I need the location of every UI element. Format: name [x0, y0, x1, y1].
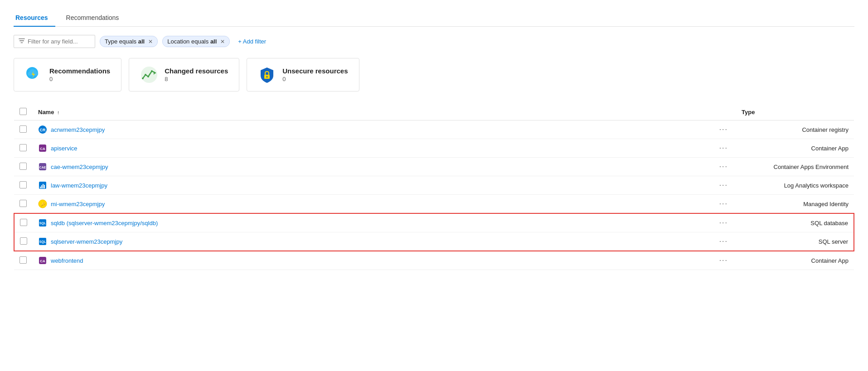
- th-select: [14, 104, 33, 120]
- unsecure-resources-count: 0: [282, 76, 348, 82]
- row-type-2: Container App: [736, 139, 854, 158]
- unsecure-resources-card[interactable]: Unsecure resources 0: [247, 58, 359, 92]
- svg-text:CR: CR: [40, 128, 46, 132]
- changed-resources-card[interactable]: Changed resources 8: [129, 58, 239, 92]
- row-select-1[interactable]: [14, 120, 33, 139]
- row-menu-7[interactable]: ···: [717, 236, 731, 246]
- filter-icon: [19, 38, 25, 45]
- row-checkbox-7[interactable]: [20, 237, 27, 245]
- svg-point-4: [142, 77, 144, 79]
- changed-resources-icon: [140, 66, 158, 84]
- svg-rect-18: [40, 187, 41, 188]
- table-row: SQL sqlserver-wmem23cepmjpy ··· SQL serv…: [14, 232, 854, 251]
- row-name-6: SQL sqldb (sqlserver-wmem23cepmjpy/sqldb…: [33, 213, 711, 232]
- managed-identity-icon: 🔑: [38, 199, 47, 208]
- row-select-6[interactable]: [14, 213, 33, 232]
- location-filter-chip[interactable]: Location equals all ✕: [162, 36, 230, 47]
- row-menu-6[interactable]: ···: [717, 218, 731, 227]
- recommendations-icon: [25, 66, 43, 84]
- th-name[interactable]: Name ↑: [33, 104, 711, 120]
- row-checkbox-3[interactable]: [19, 163, 27, 170]
- svg-point-7: [151, 70, 153, 72]
- resource-table: Name ↑ Type CR acrwmem23cepmjpy: [14, 104, 854, 270]
- resource-link-3[interactable]: cae-wmem23cepmjpy: [51, 164, 108, 170]
- sql-server-icon: SQL: [38, 237, 47, 246]
- resource-link-2[interactable]: apiservice: [51, 145, 78, 152]
- row-name-2: CA apiservice: [33, 139, 711, 158]
- row-dots-1: ···: [711, 120, 736, 139]
- table-row: CA apiservice ··· Container App: [14, 139, 854, 158]
- resource-link-5[interactable]: mi-wmem23cepmjpy: [51, 201, 105, 207]
- row-type-4: Log Analytics workspace: [736, 176, 854, 195]
- row-menu-4[interactable]: ···: [717, 180, 731, 190]
- tab-recommendations[interactable]: Recommendations: [64, 10, 126, 27]
- name-sort-icon: ↑: [57, 110, 60, 115]
- row-type-6: SQL database: [736, 213, 854, 232]
- row-dots-7: ···: [711, 232, 736, 251]
- unsecure-resources-title: Unsecure resources: [282, 67, 348, 75]
- resource-link-8[interactable]: webfrontend: [51, 257, 83, 264]
- log-analytics-icon: [38, 181, 47, 190]
- filter-placeholder: Filter for any field...: [28, 38, 78, 45]
- row-dots-4: ···: [711, 176, 736, 195]
- row-dots-3: ···: [711, 158, 736, 176]
- row-dots-6: ···: [711, 213, 736, 232]
- location-filter-close[interactable]: ✕: [220, 39, 225, 45]
- type-filter-chip[interactable]: Type equals all ✕: [100, 36, 158, 47]
- row-select-5[interactable]: [14, 195, 33, 214]
- resource-link-1[interactable]: acrwmem23cepmjpy: [51, 126, 105, 133]
- row-menu-1[interactable]: ···: [717, 125, 731, 134]
- unsecure-resources-info: Unsecure resources 0: [282, 67, 348, 82]
- th-type: Type: [736, 104, 854, 120]
- container-registry-icon: CR: [38, 125, 47, 134]
- row-menu-3[interactable]: ···: [717, 162, 731, 171]
- svg-text:SQL: SQL: [39, 240, 46, 244]
- tab-resources[interactable]: Resources: [14, 10, 55, 27]
- type-filter-close[interactable]: ✕: [148, 39, 153, 45]
- row-checkbox-1[interactable]: [19, 125, 27, 133]
- row-checkbox-4[interactable]: [19, 181, 27, 188]
- row-menu-8[interactable]: ···: [717, 255, 731, 265]
- add-filter-button[interactable]: + Add filter: [234, 36, 270, 47]
- row-select-7[interactable]: [14, 232, 33, 251]
- row-name-8: CA webfrontend: [33, 251, 711, 270]
- container-app-icon: CA: [38, 144, 47, 153]
- resource-link-4[interactable]: law-wmem23cepmjpy: [51, 182, 107, 189]
- row-checkbox-8[interactable]: [19, 256, 27, 264]
- recommendations-info: Recommendations 0: [49, 67, 110, 82]
- svg-point-6: [147, 76, 149, 77]
- changed-resources-info: Changed resources 8: [165, 67, 228, 82]
- recommendations-card[interactable]: Recommendations 0: [14, 58, 121, 92]
- changed-resources-count: 8: [165, 76, 228, 82]
- svg-rect-20: [43, 184, 44, 188]
- table-row: CA webfrontend ··· Container App: [14, 251, 854, 270]
- add-filter-label: + Add filter: [238, 38, 266, 45]
- row-checkbox-2[interactable]: [19, 144, 27, 151]
- recommendations-title: Recommendations: [49, 67, 110, 75]
- filter-input[interactable]: Filter for any field...: [14, 35, 95, 48]
- row-select-3[interactable]: [14, 158, 33, 176]
- row-dots-8: ···: [711, 251, 736, 270]
- row-name-3: CAE cae-wmem23cepmjpy: [33, 158, 711, 176]
- summary-cards: Recommendations 0 Changed resources 8: [14, 58, 854, 92]
- row-type-7: SQL server: [736, 232, 854, 251]
- row-type-5: Managed Identity: [736, 195, 854, 214]
- table-header-row: Name ↑ Type: [14, 104, 854, 120]
- row-select-2[interactable]: [14, 139, 33, 158]
- resource-link-6[interactable]: sqldb (sqlserver-wmem23cepmjpy/sqldb): [51, 220, 158, 226]
- unsecure-resources-icon: [258, 66, 276, 84]
- svg-text:🔑: 🔑: [40, 202, 46, 207]
- select-all-checkbox[interactable]: [19, 108, 27, 115]
- row-select-4[interactable]: [14, 176, 33, 195]
- resource-link-7[interactable]: sqlserver-wmem23cepmjpy: [51, 238, 122, 245]
- svg-text:CA: CA: [40, 147, 45, 151]
- row-checkbox-5[interactable]: [19, 200, 27, 207]
- row-checkbox-6[interactable]: [20, 219, 27, 226]
- row-select-8[interactable]: [14, 251, 33, 270]
- row-menu-5[interactable]: ···: [717, 199, 731, 208]
- type-filter-label: Type equals all: [105, 38, 145, 45]
- svg-text:SQL: SQL: [39, 222, 46, 225]
- row-menu-2[interactable]: ···: [717, 143, 731, 153]
- row-type-3: Container Apps Environment: [736, 158, 854, 176]
- row-name-7: SQL sqlserver-wmem23cepmjpy: [33, 232, 711, 251]
